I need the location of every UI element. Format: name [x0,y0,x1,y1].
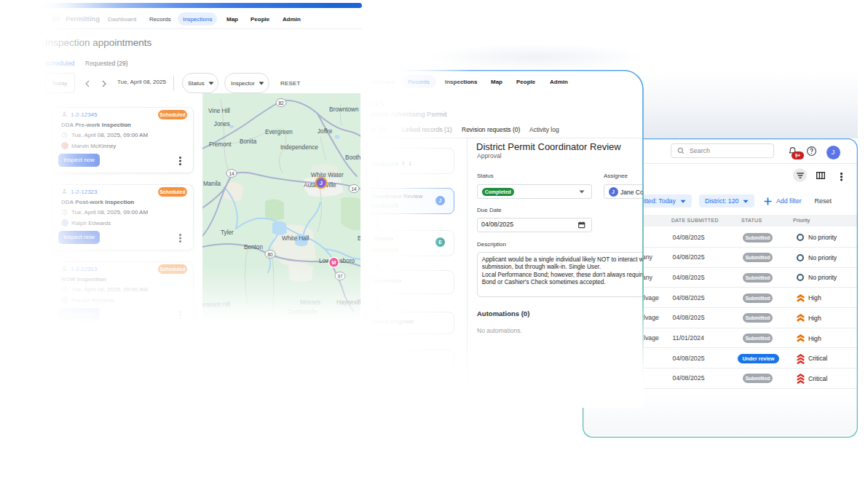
svg-text:Manila: Manila [203,181,221,187]
svg-text:Booth: Booth [345,154,361,161]
svg-text:Evergreen: Evergreen [265,129,293,135]
svg-text:14: 14 [351,186,357,192]
svg-text:White Hall: White Hall [282,235,309,242]
svg-text:14: 14 [229,171,234,176]
svg-text:Joffre: Joffre [317,128,333,135]
svg-text:Fremont: Fremont [209,141,232,148]
svg-text:Browntown: Browntown [329,106,359,113]
svg-text:Bonita: Bonita [240,138,257,145]
svg-text:J: J [320,181,323,186]
svg-text:Vine Hill: Vine Hill [208,108,230,114]
svg-text:80: 80 [267,252,273,257]
svg-text:M: M [332,260,336,265]
svg-text:Jones: Jones [214,121,230,127]
svg-text:White Water: White Water [311,172,344,178]
svg-text:Tyler: Tyler [221,229,234,236]
svg-text:Independence: Independence [280,144,318,151]
svg-text:82: 82 [278,100,284,106]
svg-text:Benton: Benton [244,244,263,251]
